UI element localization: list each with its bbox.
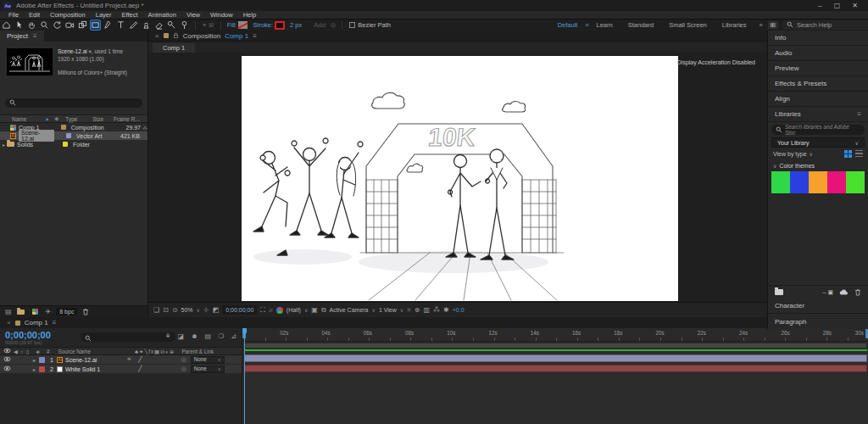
parent-link-column[interactable]: Parent & Link [181, 349, 214, 354]
panel-align[interactable]: Align [768, 92, 868, 107]
column-size[interactable]: Size [92, 116, 103, 122]
brush-tool-icon[interactable] [128, 20, 139, 31]
layer-duration-bar-1[interactable] [244, 354, 867, 362]
list-view-icon[interactable] [855, 150, 863, 158]
column-name[interactable]: Name [12, 116, 26, 122]
rectangle-tool-icon[interactable] [90, 20, 101, 31]
pan-behind-tool-icon[interactable] [77, 20, 88, 31]
cloud-sync-icon[interactable] [839, 288, 849, 296]
source-name-column[interactable]: Source Name [58, 349, 91, 354]
color-swatch[interactable] [846, 171, 865, 193]
color-swatch[interactable] [809, 171, 827, 193]
bezier-path-checkbox[interactable] [349, 22, 355, 28]
workspace-libraries[interactable]: Libraries [715, 21, 754, 29]
stroke-color-swatch[interactable] [275, 21, 285, 30]
clone-stamp-tool-icon[interactable] [141, 20, 152, 31]
menu-layer[interactable]: Layer [91, 11, 117, 19]
layer-visibility-icon[interactable] [3, 365, 11, 372]
panel-menu-icon[interactable]: ≡ [53, 319, 57, 326]
new-composition-icon[interactable] [32, 309, 38, 315]
timeline-search-input[interactable] [81, 332, 175, 342]
column-frame-rate[interactable]: Frame R... [114, 116, 140, 122]
layer-duration-bar-2[interactable] [244, 365, 867, 372]
panel-paragraph[interactable]: Paragraph [768, 314, 868, 329]
frame-blending-icon[interactable]: ▤ [205, 332, 212, 340]
project-search-input[interactable] [5, 98, 142, 108]
expander-icon[interactable]: ▸ [33, 357, 36, 363]
timeline-button-icon[interactable]: ▥ [423, 306, 430, 314]
library-select[interactable]: Your Library ∨ [771, 137, 865, 148]
roto-brush-tool-icon[interactable] [166, 20, 177, 31]
viewer-tab-comp1[interactable]: Comp 1 [153, 43, 195, 53]
composition-region-icon[interactable]: ⧉ [321, 306, 326, 315]
monitor-icon[interactable]: ⊡ [163, 306, 169, 314]
layer-row-1[interactable]: ▸ 1 Ai Scene-12.ai ☀ ╱ ◎ None ∨ [0, 355, 242, 365]
home-icon[interactable] [1, 20, 12, 31]
fast-previews-icon[interactable]: ⊕ [415, 306, 420, 314]
solo-column-icon[interactable]: ○ [20, 349, 24, 354]
audio-column-icon[interactable]: ◀ [14, 349, 18, 354]
magnification-icon[interactable]: ⊙ [172, 306, 178, 314]
video-column-icon[interactable] [3, 348, 11, 354]
workspace-small-screen[interactable]: Small Screen [661, 21, 715, 29]
menu-view[interactable]: View [181, 11, 205, 19]
label-color-chip[interactable] [66, 133, 71, 138]
adjust-project-icon[interactable]: ✈ [46, 308, 52, 315]
menu-animation[interactable]: Animation [143, 11, 181, 19]
footage-name[interactable]: Scene-12.ai [58, 48, 87, 54]
menu-file[interactable]: File [3, 11, 24, 19]
color-swatch[interactable] [790, 171, 809, 193]
panel-character[interactable]: Character [768, 298, 868, 314]
eraser-tool-icon[interactable] [153, 20, 164, 31]
stroke-width-value[interactable]: 2 px [290, 21, 302, 29]
resolution-select[interactable]: (Half) [287, 307, 301, 313]
current-timecode[interactable]: 0;00;00;00 [5, 330, 51, 340]
work-area-bar[interactable] [244, 343, 867, 349]
fill-color-swatch[interactable] [238, 21, 248, 29]
minimize-button[interactable]: – [818, 2, 821, 9]
parent-pickwhip-icon[interactable]: ◎ [181, 356, 186, 363]
project-row-scene12[interactable]: Ai Scene-12.ai Vector Art 421 KB [0, 131, 147, 140]
menu-window[interactable]: Window [205, 11, 238, 19]
mini-flowchart-icon[interactable]: ⚘ [164, 332, 170, 340]
more-workspaces-icon[interactable]: » [754, 21, 768, 29]
composition-canvas[interactable]: 10K [242, 56, 678, 301]
viewer-timecode[interactable]: 0;00;00;00 [222, 305, 257, 315]
view-count-select[interactable]: 1 View [379, 307, 397, 313]
parent-select[interactable]: None ∨ [191, 356, 225, 364]
label-column-icon[interactable]: ◆ [36, 349, 40, 354]
lock-column-icon[interactable]: ▯ [26, 349, 29, 354]
workspace-default[interactable]: Default [550, 21, 586, 29]
playhead-line[interactable] [244, 328, 245, 424]
zoom-level[interactable]: 50% [181, 307, 193, 313]
snapshot-camera-icon[interactable]: ⛶ [260, 306, 265, 315]
delete-item-icon[interactable] [82, 308, 89, 316]
panel-menu-icon[interactable]: ≡ [33, 32, 37, 40]
grid-view-icon[interactable] [844, 150, 852, 158]
quality-switch-icon[interactable]: ╱ [138, 365, 142, 372]
panel-info[interactable]: Info [768, 31, 868, 46]
mask-visibility-icon[interactable]: ▣ [311, 306, 318, 314]
flowchart-button-icon[interactable]: ⁂ [433, 306, 440, 314]
region-of-interest-icon[interactable]: ⊹ [203, 306, 209, 314]
add-library-folder-icon[interactable] [775, 289, 783, 295]
workspace-standard[interactable]: Standard [620, 21, 661, 29]
menu-effect[interactable]: Effect [116, 11, 142, 19]
maximize-button[interactable]: ▢ [834, 2, 841, 9]
zoom-tool-icon[interactable] [39, 20, 50, 31]
motion-blur-icon[interactable]: ❍ [218, 332, 224, 340]
composition-viewer[interactable]: 10K [148, 53, 767, 302]
panel-menu-icon[interactable]: ≡ [857, 110, 861, 118]
transparency-grid-icon[interactable]: ◩ [213, 306, 220, 314]
parent-pickwhip-icon[interactable]: ◎ [181, 365, 186, 372]
close-button[interactable]: ✕ [852, 2, 858, 9]
panel-preview[interactable]: Preview [768, 61, 868, 76]
panel-effects-presets[interactable]: Effects & Presets [768, 76, 868, 92]
view-layout-camera-select[interactable]: Active Camera [330, 307, 369, 313]
stroke-label[interactable]: Stroke: [253, 21, 273, 29]
graph-editor-icon[interactable]: ⊿ [231, 332, 236, 340]
color-swatch[interactable] [827, 171, 846, 193]
layer-visibility-icon[interactable] [3, 356, 11, 363]
menu-composition[interactable]: Composition [45, 11, 91, 19]
channels-icon[interactable] [276, 307, 283, 314]
